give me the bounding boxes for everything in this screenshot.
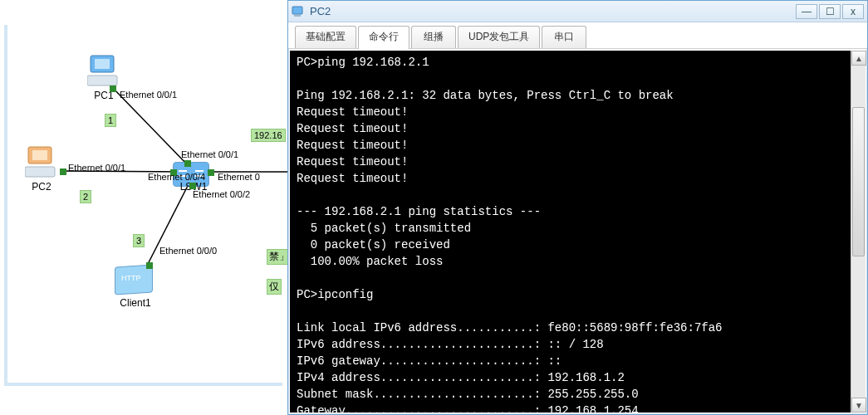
terminal-output[interactable]: PC>ping 192.168.2.1 Ping 192.168.2.1: 32… [290,51,851,413]
pc2-device[interactable] [25,145,58,180]
svg-rect-8 [32,150,47,160]
tab-basic-config[interactable]: 基础配置 [295,26,356,48]
ip-label-partial: 192.16 [251,129,286,142]
window-controls: — ☐ x [794,4,864,19]
tab-cli[interactable]: 命令行 [358,26,409,49]
client1-label: Client1 [115,297,156,309]
pc1-device[interactable] [87,54,120,89]
lsw1-port-right: Ethernet 0 [218,172,260,182]
scroll-track[interactable] [851,66,866,398]
pc1-port-label: Ethernet 0/0/1 [120,90,177,100]
pc-icon [25,145,58,180]
tab-udp-tool[interactable]: UDP发包工具 [458,26,540,48]
maximize-button[interactable]: ☐ [819,4,841,19]
scroll-down-button[interactable]: ▼ [851,398,866,413]
pc2-label: PC2 [26,181,57,193]
lsw1-port-up-marker [184,160,191,167]
svg-rect-6 [87,76,117,85]
tab-serial[interactable]: 串口 [542,26,586,48]
terminal-area: PC>ping 192.168.2.1 Ping 192.168.2.1: 32… [290,51,866,413]
pc-icon [87,54,120,89]
svg-rect-5 [95,59,110,69]
client1-port-marker [146,262,153,269]
lsw1-port-down-marker [189,183,196,189]
svg-rect-9 [25,167,55,177]
note-2: 仅 [267,279,282,295]
canvas-border [4,25,282,386]
scroll-up-button[interactable]: ▲ [851,51,866,66]
pc2-port-marker [60,168,66,175]
tab-multicast[interactable]: 组播 [411,26,456,48]
pc2-window[interactable]: PC2 — ☐ x 基础配置 命令行 组播 UDP发包工具 串口 PC>ping… [287,0,868,415]
app-icon [292,5,305,18]
window-title: PC2 [310,5,794,17]
vlan-badge-1: 1 [105,114,116,127]
svg-rect-11 [294,15,301,17]
lsw1-port-left: Ethernet 0/0/4 [148,172,205,182]
vlan-badge-2: 2 [80,190,91,203]
svg-rect-10 [292,7,302,14]
scroll-thumb[interactable] [852,107,865,256]
client1-icon-text: HTTP [121,274,141,282]
pc2-port-label: Ethernet 0/0/1 [68,163,125,173]
minimize-button[interactable]: — [796,4,817,19]
close-button[interactable]: x [842,4,864,19]
lsw1-port-up: Ethernet 0/0/1 [181,149,238,159]
lsw1-port-right-marker [208,169,214,176]
client1-port-label: Ethernet 0/0/0 [159,246,217,256]
vlan-badge-3: 3 [133,234,145,247]
pc1-port-marker [110,85,116,92]
lsw1-port-down: Ethernet 0/0/2 [193,189,250,199]
titlebar[interactable]: PC2 — ☐ x [288,1,867,22]
scrollbar[interactable]: ▲ ▼ [851,51,866,413]
tabbar: 基础配置 命令行 组播 UDP发包工具 串口 [288,22,867,49]
